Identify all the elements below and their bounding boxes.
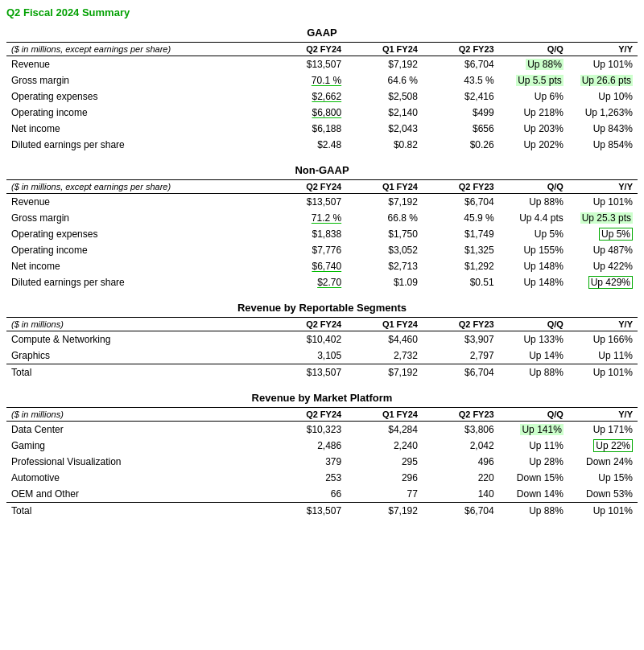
qq-val: Up 11%	[499, 438, 568, 454]
table-cell: $499	[423, 105, 499, 121]
q2fy24-val: 70.1 %	[270, 72, 346, 88]
gaap-col-q1fy24: Q1 FY24	[346, 43, 423, 56]
table-row: Operating expenses$1,838$1,750$1,749Up 5…	[6, 226, 638, 242]
table-cell: $2,508	[346, 88, 423, 105]
table-row: Compute & Networking$10,402$4,460$3,907U…	[6, 331, 638, 348]
market-subheader-row: ($ in millions) Q2 FY24 Q1 FY24 Q2 FY23 …	[6, 408, 638, 422]
table-cell: $1.09	[346, 274, 423, 290]
segments-header: Revenue by Reportable Segments	[6, 302, 638, 314]
table-cell: $6,704	[423, 364, 499, 381]
table-row: Diluted earnings per share$2.48$0.82$0.2…	[6, 137, 638, 153]
table-row: Total$13,507$7,192$6,704Up 88%Up 101%	[6, 364, 638, 381]
qq-val: Up 88%	[499, 194, 568, 211]
table-row: Diluted earnings per share$2.70$1.09$0.5…	[6, 274, 638, 290]
nongaap-col-qq: Q/Q	[499, 180, 568, 194]
q2fy24-val: 3,105	[270, 348, 346, 364]
table-cell: $0.26	[423, 137, 499, 153]
gaap-col-q2fy24: Q2 FY24	[270, 43, 346, 56]
table-cell: 64.6 %	[346, 72, 423, 88]
nongaap-table: ($ in millions, except earnings per shar…	[6, 179, 638, 290]
table-cell: 296	[346, 470, 423, 486]
q2fy24-val: $10,402	[270, 331, 346, 348]
yy-val: Up 25.3 pts	[568, 210, 638, 226]
table-row: Gross margin71.2 %66.8 %45.9 %Up 4.4 pts…	[6, 210, 638, 226]
yy-val: Up 5%	[568, 226, 638, 242]
q2fy24-val: 253	[270, 470, 346, 486]
qq-val: Up 88%	[499, 364, 568, 381]
table-cell: $7,192	[346, 56, 423, 73]
qq-val: Up 88%	[499, 56, 568, 73]
table-cell: $1,292	[423, 258, 499, 274]
nongaap-col-q1fy24: Q1 FY24	[346, 180, 423, 194]
nongaap-col-q2fy23: Q2 FY23	[423, 180, 499, 194]
qq-val: Up 5.5 pts	[499, 72, 568, 88]
table-cell: $0.51	[423, 274, 499, 290]
table-cell: 2,240	[346, 438, 423, 454]
row-label: Operating income	[6, 242, 270, 258]
yy-val: Down 53%	[568, 486, 638, 503]
q2fy24-val: $1,838	[270, 226, 346, 242]
segments-col-qq: Q/Q	[499, 318, 568, 331]
row-label: Diluted earnings per share	[6, 137, 270, 153]
qq-val: Up 6%	[499, 88, 568, 105]
yy-val: Up 101%	[568, 364, 638, 381]
table-row: Net income$6,740$2,713$1,292Up 148%Up 42…	[6, 258, 638, 274]
row-label: OEM and Other	[6, 486, 270, 503]
yy-val: Up 422%	[568, 258, 638, 274]
q2fy24-val: $6,800	[270, 105, 346, 121]
yy-val: Up 10%	[568, 88, 638, 105]
nongaap-subheader-label: ($ in millions, except earnings per shar…	[6, 180, 270, 194]
q2fy24-val: $2.48	[270, 137, 346, 153]
qq-val: Up 203%	[499, 121, 568, 137]
q2fy24-val: $13,507	[270, 364, 346, 381]
gaap-col-yy: Y/Y	[568, 43, 638, 56]
table-row: Operating expenses$2,662$2,508$2,416Up 6…	[6, 88, 638, 105]
yy-val: Up 429%	[568, 274, 638, 290]
table-cell: $2,416	[423, 88, 499, 105]
row-label: Revenue	[6, 56, 270, 73]
qq-val: Up 141%	[499, 422, 568, 438]
table-cell: $2,140	[346, 105, 423, 121]
market-col-q2fy23: Q2 FY23	[423, 408, 499, 422]
q2fy24-val: $10,323	[270, 422, 346, 438]
q2fy24-val: $13,507	[270, 194, 346, 211]
row-label: Graphics	[6, 348, 270, 364]
yy-val: Up 854%	[568, 137, 638, 153]
segments-col-q1fy24: Q1 FY24	[346, 318, 423, 331]
table-cell: 140	[423, 486, 499, 503]
table-row: Gross margin70.1 %64.6 %43.5 %Up 5.5 pts…	[6, 72, 638, 88]
gaap-col-qq: Q/Q	[499, 43, 568, 56]
nongaap-section: Non-GAAP ($ in millions, except earnings…	[6, 164, 638, 290]
market-col-yy: Y/Y	[568, 408, 638, 422]
market-header: Revenue by Market Platform	[6, 392, 638, 404]
row-label: Net income	[6, 121, 270, 137]
nongaap-col-q2fy24: Q2 FY24	[270, 180, 346, 194]
table-cell: $6,704	[423, 194, 499, 211]
row-label: Total	[6, 364, 270, 381]
q2fy24-val: $13,507	[270, 56, 346, 73]
table-cell: 295	[346, 454, 423, 470]
q2fy24-val: $2.70	[270, 274, 346, 290]
market-subheader-label: ($ in millions)	[6, 408, 270, 422]
q2fy24-val: $13,507	[270, 503, 346, 520]
qq-val: Down 15%	[499, 470, 568, 486]
yy-val: Up 101%	[568, 56, 638, 73]
yy-val: Up 101%	[568, 503, 638, 520]
qq-val: Up 28%	[499, 454, 568, 470]
nongaap-subheader-row: ($ in millions, except earnings per shar…	[6, 180, 638, 194]
gaap-section: GAAP ($ in millions, except earnings per…	[6, 27, 638, 153]
table-cell: $7,192	[346, 194, 423, 211]
q2fy24-val: 2,486	[270, 438, 346, 454]
table-cell: $1,749	[423, 226, 499, 242]
row-label: Data Center	[6, 422, 270, 438]
table-row: Gaming2,4862,2402,042Up 11%Up 22%	[6, 438, 638, 454]
qq-val: Up 202%	[499, 137, 568, 153]
yy-val: Up 26.6 pts	[568, 72, 638, 88]
table-cell: 496	[423, 454, 499, 470]
table-cell: $1,325	[423, 242, 499, 258]
table-row: Total$13,507$7,192$6,704Up 88%Up 101%	[6, 503, 638, 520]
segments-section: Revenue by Reportable Segments ($ in mil…	[6, 302, 638, 381]
table-row: Operating income$6,800$2,140$499Up 218%U…	[6, 105, 638, 121]
table-cell: $4,284	[346, 422, 423, 438]
yy-val: Up 166%	[568, 331, 638, 348]
